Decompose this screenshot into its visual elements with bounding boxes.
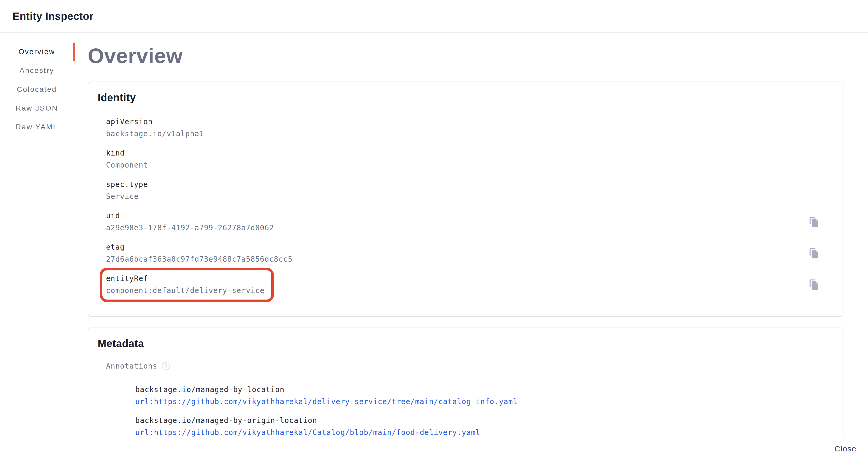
annotation-row: backstage.io/managed-by-origin-locationu… bbox=[135, 415, 834, 438]
annotations-label: Annotations bbox=[106, 361, 157, 371]
page-title: Overview bbox=[88, 44, 868, 68]
field-value: a29e98e3-178f-4192-a799-26278a7d0062 bbox=[106, 223, 274, 233]
identity-card-title: Identity bbox=[98, 92, 834, 103]
annotations-list: backstage.io/managed-by-locationurl:http… bbox=[135, 384, 834, 438]
identity-card: Identity apiVersionbackstage.io/v1alpha1… bbox=[88, 82, 843, 317]
annotation-value-link[interactable]: url:https://github.com/vikyathharekal/Ca… bbox=[135, 427, 480, 438]
field-kind: kindComponent bbox=[106, 148, 148, 170]
field-label: kind bbox=[106, 148, 148, 159]
copy-icon bbox=[808, 216, 820, 228]
annotation-value-link[interactable]: url:https://github.com/vikyathharekal/de… bbox=[135, 397, 518, 407]
field-value: 27d6a6bcaf363a0c97fd73e9488c7a5856dc8cc5 bbox=[106, 254, 292, 264]
metadata-card: Metadata Annotations backstage.io/manage… bbox=[88, 327, 843, 438]
annotation-key: backstage.io/managed-by-origin-location bbox=[135, 415, 834, 426]
sidebar-item-ancestry[interactable]: Ancestry bbox=[0, 61, 74, 80]
field-value: backstage.io/v1alpha1 bbox=[106, 128, 204, 139]
field-label: apiVersion bbox=[106, 117, 204, 127]
annotations-header: Annotations bbox=[106, 361, 834, 371]
identity-fields: apiVersionbackstage.io/v1alpha1kindCompo… bbox=[106, 117, 834, 296]
copy-button-uid[interactable] bbox=[807, 216, 820, 228]
dialog-title: Entity Inspector bbox=[12, 10, 93, 22]
field-row-spec-type: spec.typeService bbox=[106, 179, 834, 202]
copy-icon bbox=[808, 247, 820, 259]
annotation-key: backstage.io/managed-by-location bbox=[135, 384, 834, 395]
field-value: Service bbox=[106, 191, 148, 202]
field-etag: etag27d6a6bcaf363a0c97fd73e9488c7a5856dc… bbox=[106, 242, 292, 264]
dialog-body: OverviewAncestryColocatedRaw JSONRaw YAM… bbox=[0, 33, 868, 438]
field-spec-type: spec.typeService bbox=[106, 179, 148, 202]
field-row-entityref: entityRefcomponent:default/delivery-serv… bbox=[106, 274, 834, 296]
dialog-header: Entity Inspector bbox=[0, 0, 868, 33]
sidebar-nav: OverviewAncestryColocatedRaw JSONRaw YAM… bbox=[0, 33, 74, 438]
field-label: uid bbox=[106, 211, 274, 221]
annotation-row: backstage.io/managed-by-locationurl:http… bbox=[135, 384, 834, 407]
field-label: spec.type bbox=[106, 179, 148, 190]
sidebar-item-overview[interactable]: Overview bbox=[0, 42, 74, 61]
annotations-section: Annotations backstage.io/managed-by-loca… bbox=[106, 361, 834, 438]
field-value: Component bbox=[106, 160, 148, 170]
copy-icon bbox=[808, 279, 820, 291]
copy-button-entityref[interactable] bbox=[807, 278, 820, 291]
entityref-highlight-annotation: entityRefcomponent:default/delivery-serv… bbox=[100, 268, 274, 302]
field-value: component:default/delivery-service bbox=[106, 285, 265, 296]
field-label: etag bbox=[106, 242, 292, 253]
field-row-etag: etag27d6a6bcaf363a0c97fd73e9488c7a5856dc… bbox=[106, 242, 834, 264]
field-uid: uida29e98e3-178f-4192-a799-26278a7d0062 bbox=[106, 211, 274, 233]
field-label: entityRef bbox=[106, 274, 265, 284]
metadata-card-title: Metadata bbox=[98, 338, 834, 349]
field-apiversion: apiVersionbackstage.io/v1alpha1 bbox=[106, 117, 204, 139]
main-content: Overview Identity apiVersionbackstage.io… bbox=[74, 33, 868, 438]
help-icon[interactable] bbox=[162, 362, 170, 370]
field-row-uid: uida29e98e3-178f-4192-a799-26278a7d0062 bbox=[106, 211, 834, 233]
sidebar-item-colocated[interactable]: Colocated bbox=[0, 80, 74, 99]
sidebar-item-raw-yaml[interactable]: Raw YAML bbox=[0, 118, 74, 137]
copy-button-etag[interactable] bbox=[807, 247, 820, 260]
sidebar-item-raw-json[interactable]: Raw JSON bbox=[0, 99, 74, 118]
field-row-kind: kindComponent bbox=[106, 148, 834, 170]
field-row-apiversion: apiVersionbackstage.io/v1alpha1 bbox=[106, 117, 834, 139]
dialog-footer: Close bbox=[0, 438, 868, 459]
close-button[interactable]: Close bbox=[830, 441, 861, 457]
